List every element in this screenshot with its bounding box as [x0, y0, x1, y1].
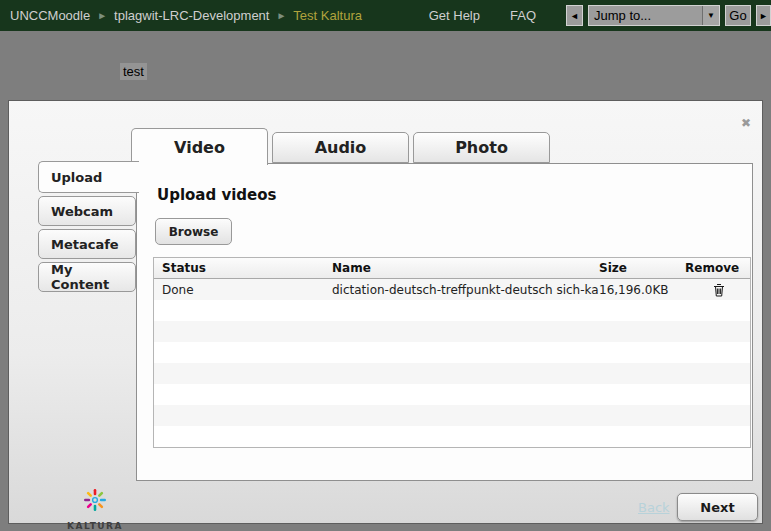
faq-link[interactable]: FAQ [510, 8, 536, 23]
breadcrumb-separator-icon: ► [276, 10, 286, 21]
next-button[interactable]: Next [677, 493, 758, 521]
column-header-status: Status [154, 261, 332, 275]
table-row-empty [154, 426, 750, 447]
prev-activity-button[interactable]: ◄ [566, 5, 583, 26]
table-row-empty [154, 384, 750, 405]
next-activity-button[interactable]: ► [756, 5, 771, 26]
panel-heading: Upload videos [157, 186, 277, 204]
back-link[interactable]: Back [638, 500, 670, 515]
tab-video[interactable]: Video [131, 128, 268, 165]
sidebar-item-upload[interactable]: Upload [38, 161, 139, 193]
table-row: Donedictation-deutsch-treffpunkt-deutsch… [154, 279, 750, 300]
chevron-down-icon[interactable]: ▼ [702, 6, 719, 25]
breadcrumb-item-2[interactable]: Test Kaltura [293, 8, 362, 23]
upload-files-table: StatusNameSizeRemove Donedictation-deuts… [153, 257, 751, 448]
table-row-empty [154, 321, 750, 342]
table-row-empty [154, 300, 750, 321]
trash-icon[interactable] [713, 283, 725, 297]
test-text: test [120, 63, 147, 80]
breadcrumb-item-1[interactable]: tplagwit-LRC-Development [114, 8, 269, 23]
sidebar-item-webcam[interactable]: Webcam [38, 196, 136, 226]
breadcrumb: UNCCMoodle►tplagwit-LRC-Development►Test… [8, 8, 364, 23]
close-icon[interactable]: ✖ [741, 116, 751, 130]
sidebar-item-metacafe[interactable]: Metacafe [38, 229, 136, 259]
table-header: StatusNameSizeRemove [154, 258, 750, 279]
get-help-link[interactable]: Get Help [429, 8, 480, 23]
kaltura-logo: KALTURA [61, 487, 129, 531]
cell-size: 16,196.0KB [599, 283, 685, 297]
breadcrumb-separator-icon: ► [97, 10, 107, 21]
source-tabs: UploadWebcamMetacafeMy Content [38, 161, 139, 295]
topbar-controls: Get Help FAQ ◄ Jump to... ▼ Go ► [429, 0, 771, 31]
kaltura-sun-icon [82, 487, 108, 513]
go-button[interactable]: Go [725, 5, 751, 26]
tab-photo[interactable]: Photo [413, 132, 550, 163]
jump-to-select[interactable]: Jump to... ▼ [588, 5, 720, 26]
table-row-empty [154, 405, 750, 426]
cell-name: dictation-deutsch-treffpunkt-deutsch sic… [332, 283, 599, 297]
cell-status: Done [154, 283, 332, 297]
media-type-tabs: VideoAudioPhoto [131, 128, 554, 163]
page: UNCCMoodle►tplagwit-LRC-Development►Test… [0, 0, 771, 531]
sidebar-item-my-content[interactable]: My Content [38, 262, 136, 292]
column-header-name: Name [332, 261, 599, 275]
jump-to-selected-value: Jump to... [589, 8, 702, 23]
breadcrumb-item-0[interactable]: UNCCMoodle [10, 8, 90, 23]
topbar: UNCCMoodle►tplagwit-LRC-Development►Test… [0, 0, 771, 31]
kaltura-logo-text: KALTURA [67, 521, 123, 531]
table-row-empty [154, 342, 750, 363]
table-row-empty [154, 363, 750, 384]
upload-panel: Upload videos Browse StatusNameSizeRemov… [136, 163, 753, 481]
table-body: Donedictation-deutsch-treffpunkt-deutsch… [154, 279, 750, 447]
kaltura-upload-modal: ✖ VideoAudioPhoto UploadWebcamMetacafeMy… [8, 100, 763, 524]
column-header-remove: Remove [685, 261, 752, 275]
browse-button[interactable]: Browse [155, 218, 232, 245]
cell-remove [685, 283, 752, 297]
column-header-size: Size [599, 261, 685, 275]
tab-audio[interactable]: Audio [272, 132, 409, 163]
